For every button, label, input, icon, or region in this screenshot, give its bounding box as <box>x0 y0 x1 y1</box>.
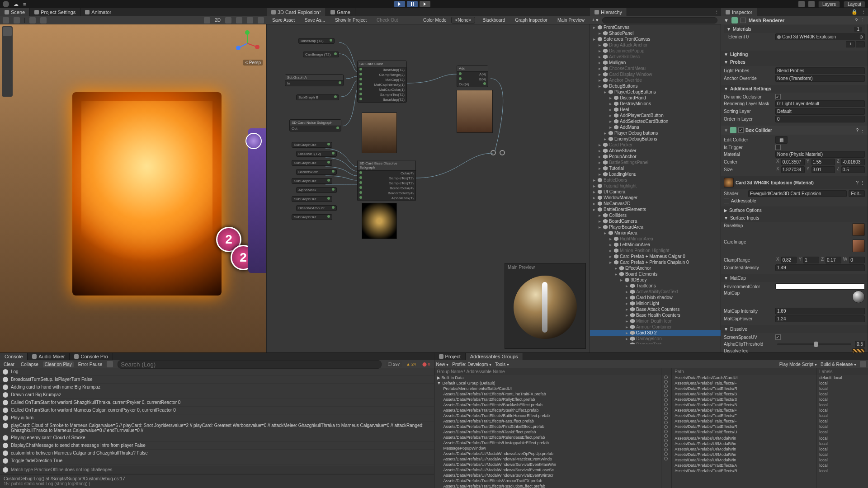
hierarchy-row[interactable]: ▸Base Health Counters <box>590 312 721 318</box>
graph-inspector-toggle[interactable]: Graph Inspector <box>512 17 550 23</box>
addressable-labels[interactable]: local <box>816 380 868 386</box>
list-add-button[interactable]: + <box>846 41 855 47</box>
box-collider-enabled[interactable] <box>738 127 744 133</box>
shading-mode-icon[interactable] <box>3 17 9 23</box>
addressable-labels[interactable]: local <box>816 429 868 435</box>
addressable-labels[interactable]: local <box>816 468 868 474</box>
addressable-row[interactable]: Prefabs/Menu elements/Battle/CardUI <box>434 386 661 391</box>
addressable-row[interactable]: Assets/Data/Prefabs/TraitEffects/FlankEf… <box>434 429 661 435</box>
rotate-tool[interactable] <box>3 47 12 56</box>
box-collider-header[interactable]: ▼Box Collider?⋮ <box>721 126 868 135</box>
error-pause-button[interactable]: Error Pause <box>76 361 104 367</box>
graph-card-color-node[interactable]: SD Card Color BaseMap(T2)ClampRange(2)Ma… <box>357 61 407 103</box>
hierarchy-search[interactable] <box>602 17 717 23</box>
graph-subgraph-node[interactable]: SubGraph AIn <box>285 74 344 86</box>
addressable-labels[interactable]: local <box>816 446 868 452</box>
dissolve-foldout[interactable]: ▼Dissolve <box>721 325 868 333</box>
log-row[interactable]: Called OnTurnStart for warlord Marneus C… <box>0 407 434 414</box>
hierarchy-row[interactable]: ▸Card 3D 2 <box>590 330 721 336</box>
graph-dissolve-node[interactable]: SD Card Base Dissolve Subgraph Color(4)S… <box>357 160 416 201</box>
hierarchy-row[interactable]: ▸Card Prefab + Marneus Calgar 0 <box>590 253 721 259</box>
addressable-checkbox[interactable] <box>724 198 729 203</box>
tab-animator[interactable]: Animator <box>80 8 116 16</box>
hierarchy-row[interactable]: ▸DestroyMinions <box>590 101 721 107</box>
matcap-intensity-field[interactable]: 1.69 <box>775 308 865 314</box>
component-menu-icon[interactable]: ⋮ <box>860 18 865 23</box>
light-probes-dropdown[interactable]: Blend Probes <box>775 67 865 74</box>
hierarchy-row[interactable]: ▸ActiveAbilityCostText <box>590 289 721 295</box>
perspective-label[interactable]: < Persp <box>243 60 263 66</box>
hierarchy-row[interactable]: ▸Board Elements <box>590 271 721 277</box>
alpha-clip-value[interactable]: 0.5 <box>855 341 865 347</box>
error-count-badge[interactable]: ⬤ 0 <box>420 362 432 366</box>
addressable-row[interactable]: Assets/Data/Prefabs/TraitEffects/Resolut… <box>434 483 661 488</box>
hierarchy-row[interactable]: ▸NoCanvas2D <box>590 201 721 206</box>
undo-icon[interactable] <box>798 1 805 7</box>
addressable-labels[interactable]: local <box>816 391 868 397</box>
addressable-row[interactable]: Assets/Data/Prefabs/TraitEffects/Backlas… <box>434 402 661 408</box>
hierarchy-row[interactable]: ▸BattleDoors <box>590 177 721 183</box>
hierarchy-row[interactable]: ▸DamageIcon <box>590 336 721 342</box>
hierarchy-row[interactable]: ▸TraitIcons <box>590 283 721 289</box>
group-column-header[interactable]: Group Name \ Addressable Name <box>434 368 661 375</box>
shader-edit-button[interactable]: Edit... <box>849 190 865 197</box>
hierarchy-row[interactable]: ▸PopupAnchor <box>590 154 721 160</box>
component-help-icon[interactable]: ? <box>856 180 859 185</box>
scale-tool[interactable] <box>3 57 12 66</box>
tab-hierarchy[interactable]: Hierarchy <box>590 8 627 16</box>
hierarchy-row[interactable]: ▸MinionLight <box>590 300 721 306</box>
graph-add-node[interactable]: Add A(4) B(4) Out(4) <box>457 65 488 87</box>
hierarchy-row[interactable]: ▸EffectAnchor <box>590 265 721 271</box>
lighting-foldout[interactable]: ▼Lighting <box>721 51 868 58</box>
graph-property-node[interactable]: SubGraphOut <box>292 214 332 220</box>
matcap-texture[interactable] <box>852 291 865 303</box>
layout-dropdown[interactable]: Layout <box>844 1 865 8</box>
console-search[interactable] <box>118 360 382 369</box>
hierarchy-row[interactable]: ▸PlayerDebugButtons <box>590 89 721 95</box>
hierarchy-row[interactable]: ▸AddPlayerCardButton <box>590 113 721 118</box>
component-menu-icon[interactable]: ⋮ <box>860 128 865 133</box>
component-help-icon[interactable]: ? <box>855 18 858 23</box>
hierarchy-row[interactable]: ▸DiscardHand <box>590 95 721 101</box>
rect-tool[interactable] <box>3 67 12 76</box>
collapse-button[interactable]: Collapse <box>19 361 40 367</box>
hierarchy-row[interactable]: ▸AddMana <box>590 124 721 130</box>
light-icon[interactable] <box>204 17 210 23</box>
tab-game[interactable]: Game <box>326 8 355 16</box>
addressable-labels[interactable]: local <box>816 402 868 408</box>
hierarchy-row[interactable]: ▸Safe area FrontCanvas <box>590 36 721 42</box>
draw-mode-icon[interactable] <box>14 17 20 23</box>
addressable-row[interactable]: Assets/Data/Prefabs/TraitEffects/Stealth… <box>434 408 661 413</box>
tab-project[interactable]: Project <box>434 353 466 360</box>
hierarchy-row[interactable]: ▸DamageText <box>590 342 721 344</box>
main-preview-panel[interactable]: Main Preview <box>505 263 586 349</box>
main-preview-toggle[interactable]: Main Preview <box>555 17 587 23</box>
move-tool[interactable] <box>3 37 12 46</box>
addressable-row[interactable]: Assets/Data/Prefabs/UI/ModalWindows/Live… <box>434 451 661 456</box>
hierarchy-row[interactable]: ▸DisconnectPopup <box>590 48 721 54</box>
hierarchy-row[interactable]: ▸DebugButtons <box>590 83 721 89</box>
fx-icon[interactable] <box>236 17 242 23</box>
play-mode-dropdown[interactable]: Play Mode Script ▾ <box>779 362 817 367</box>
new-dropdown[interactable]: New ▾ <box>436 362 449 367</box>
create-dropdown[interactable]: + ▾ <box>592 17 599 23</box>
log-row[interactable]: BroadcastTurnSetup. IsPlayerTurn False <box>0 376 434 384</box>
hierarchy-row[interactable]: ▸Card Display Window <box>590 71 721 77</box>
graph-property-node[interactable]: SubGraphOut <box>292 196 332 202</box>
render-layer-mask-dropdown[interactable]: 0: Light Layer default <box>775 100 865 107</box>
save-asset-button[interactable]: Save Asset <box>269 17 297 23</box>
hierarchy-row[interactable]: ▸EnemyDebugButtons <box>590 136 721 142</box>
addressable-labels[interactable]: local <box>816 424 868 429</box>
graph-property-node[interactable]: SubGraphOut <box>292 142 332 148</box>
tab-audio-mixer[interactable]: Audio Mixer <box>28 353 70 360</box>
log-row[interactable]: playCard: Cloud of Smoke to Marneus Calg… <box>0 422 434 434</box>
lock-icon[interactable]: 🔒 <box>849 8 859 16</box>
hierarchy-row[interactable]: ▸Tutorial highlight <box>590 183 721 189</box>
tab-addressables[interactable]: Addressables Groups <box>466 353 523 360</box>
log-row[interactable]: Playing enemy card: Cloud of Smoke <box>0 434 434 442</box>
tools-dropdown[interactable]: Tools ▾ <box>495 362 509 367</box>
graph-property-node[interactable]: DissolveT(T2) <box>296 151 337 157</box>
center-vector[interactable]: X0.013507Y1.55Z-0.01603 <box>775 159 865 165</box>
graph-output-port[interactable] <box>500 150 505 155</box>
addressable-labels[interactable]: local <box>816 463 868 468</box>
